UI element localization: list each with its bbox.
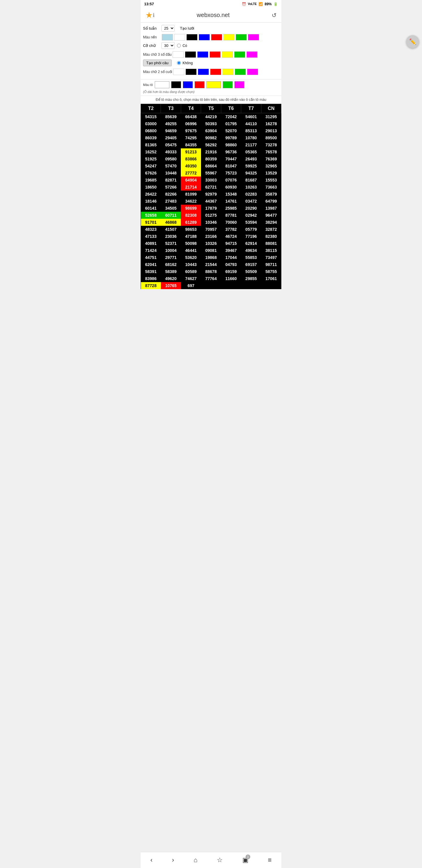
tao-phoi-button[interactable]: Tạo phôi câu [143,60,172,66]
mau-chu2-swatch5[interactable] [222,69,234,75]
table-cell[interactable]: 87781 [221,212,241,219]
table-cell[interactable]: 50098 [181,240,201,247]
table-cell[interactable]: 32872 [261,226,281,233]
table-cell[interactable]: 58389 [161,268,181,275]
table-cell[interactable]: 98699 [181,205,201,212]
table-cell[interactable]: 77764 [201,275,221,282]
table-cell[interactable]: 53594 [241,219,261,226]
table-cell[interactable]: 94715 [221,240,241,247]
table-cell[interactable]: 17061 [261,275,281,282]
table-cell[interactable]: 32965 [261,162,281,169]
table-cell[interactable]: 86039 [141,134,161,141]
table-cell[interactable]: 75723 [221,169,241,177]
table-cell[interactable]: 03472 [241,198,261,205]
mau-chu3-swatch7[interactable] [247,51,258,58]
table-cell[interactable]: 19868 [201,254,221,261]
table-cell[interactable]: 13987 [261,205,281,212]
table-cell[interactable]: 80359 [201,155,221,162]
palette-black[interactable] [171,81,181,88]
table-cell[interactable] [241,282,261,289]
table-cell[interactable]: 98711 [261,261,281,268]
table-cell[interactable]: 73278 [261,141,281,148]
table-cell[interactable]: 19685 [141,177,161,184]
table-cell[interactable]: 96736 [221,148,241,155]
palette-yellow[interactable] [206,81,221,88]
table-cell[interactable]: 34505 [161,205,181,212]
table-cell[interactable]: 81687 [241,177,261,184]
table-cell[interactable]: 83866 [181,155,201,162]
table-cell[interactable]: 97675 [181,127,201,134]
table-cell[interactable]: 29771 [161,254,181,261]
palette-red[interactable] [195,81,204,88]
table-cell[interactable]: 62914 [241,240,261,247]
table-cell[interactable]: 91701 [141,219,161,226]
table-cell[interactable]: 41507 [161,226,181,233]
table-cell[interactable] [221,282,241,289]
mau-chu3-swatch3[interactable] [197,51,208,58]
table-cell[interactable]: 44367 [201,198,221,205]
table-cell[interactable]: 27772 [181,169,201,177]
table-cell[interactable]: 27483 [161,198,181,205]
table-cell[interactable]: 63904 [201,127,221,134]
table-cell[interactable]: 31295 [261,113,281,121]
radio-khong[interactable] [177,61,181,65]
table-cell[interactable]: 50393 [201,120,221,127]
table-cell[interactable]: 18146 [141,198,161,205]
table-cell[interactable]: 82266 [161,191,181,198]
table-cell[interactable]: 05475 [161,141,181,148]
table-cell[interactable]: 50509 [241,268,261,275]
palette-green[interactable] [223,81,233,88]
table-cell[interactable]: 55853 [241,254,261,261]
table-cell[interactable]: 48323 [141,226,161,233]
table-cell[interactable]: 61289 [181,219,201,226]
table-cell[interactable]: 60711 [161,212,181,219]
mau-chu2-swatch3[interactable] [198,69,209,75]
table-cell[interactable]: 10004 [161,247,181,254]
table-cell[interactable]: 46441 [181,247,201,254]
table-cell[interactable]: 38294 [261,219,281,226]
table-cell[interactable]: 21544 [201,261,221,268]
table-cell[interactable]: 06800 [141,127,161,134]
table-cell[interactable]: 90982 [201,134,221,141]
table-cell[interactable]: 59925 [241,162,261,169]
table-cell[interactable]: 23036 [161,233,181,240]
table-cell[interactable]: 96477 [261,212,281,219]
table-cell[interactable]: 14761 [221,198,241,205]
table-cell[interactable]: 62041 [141,261,161,268]
table-cell[interactable]: 44219 [201,113,221,121]
table-cell[interactable]: 83986 [141,275,161,282]
table-cell[interactable]: 85639 [161,113,181,121]
table-cell[interactable]: 20290 [241,205,261,212]
table-cell[interactable]: 10765 [161,282,181,289]
mau-nen-swatch7[interactable] [236,34,247,40]
table-cell[interactable]: 62721 [201,184,221,191]
table-cell[interactable]: 68664 [201,162,221,169]
table-cell[interactable]: 04793 [221,261,241,268]
table-cell[interactable]: 10326 [201,240,221,247]
mau-chu3-swatch4[interactable] [209,51,221,58]
table-cell[interactable]: 71424 [141,247,161,254]
mau-chu3-swatch1[interactable] [173,51,184,58]
table-cell[interactable]: 37782 [221,226,241,233]
table-cell[interactable]: 85313 [241,127,261,134]
mau-chu2-swatch4[interactable] [210,69,221,75]
table-cell[interactable]: 10443 [181,261,201,268]
table-cell[interactable]: 76369 [261,155,281,162]
table-cell[interactable]: 56292 [201,141,221,148]
table-cell[interactable]: 05779 [241,226,261,233]
table-cell[interactable]: 17044 [221,254,241,261]
table-cell[interactable]: 72042 [221,113,241,121]
palette-magenta[interactable] [234,81,245,88]
mau-chu3-swatch2[interactable] [185,51,196,58]
table-cell[interactable]: 66438 [181,113,201,121]
table-cell[interactable]: 81047 [221,162,241,169]
table-cell[interactable]: 49255 [161,120,181,127]
table-cell[interactable]: 16252 [141,148,161,155]
table-cell[interactable]: 52658 [141,212,161,219]
table-cell[interactable]: 34622 [181,198,201,205]
table-cell[interactable]: 70060 [221,219,241,226]
mau-chu2-swatch6[interactable] [235,69,246,75]
table-cell[interactable] [201,282,221,289]
table-cell[interactable]: 94325 [241,169,261,177]
table-cell[interactable]: 23166 [201,233,221,240]
